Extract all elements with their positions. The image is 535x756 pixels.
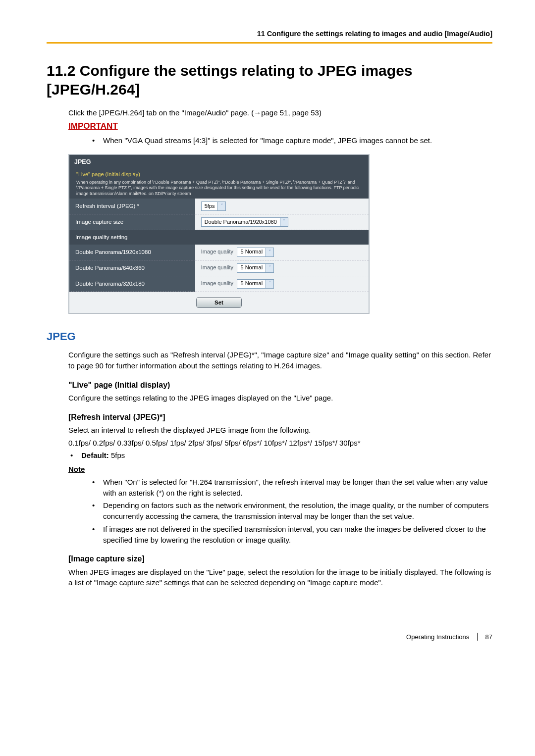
row-label: Double Panorama/320x180 bbox=[69, 276, 195, 292]
refresh-values: 0.1fps/ 0.2fps/ 0.33fps/ 0.5fps/ 1fps/ 2… bbox=[68, 438, 492, 449]
note-item: When "On" is selected for "H.264 transmi… bbox=[90, 477, 492, 499]
panel-subheader: "Live" page (Initial display) When opera… bbox=[69, 169, 369, 199]
default-item: Default: 5fps bbox=[68, 450, 492, 461]
table-row: Double Panorama/320x180 Image quality 5 … bbox=[69, 276, 369, 292]
image-quality-select[interactable]: 5 Normal ˇ bbox=[237, 263, 274, 273]
live-page-paragraph: Configure the settings relating to the J… bbox=[68, 393, 492, 403]
chevron-down-icon: ˇ bbox=[266, 264, 273, 272]
image-quality-select[interactable]: 5 Normal ˇ bbox=[237, 279, 274, 289]
capsize-paragraph: When JPEG images are displayed on the "L… bbox=[68, 567, 492, 589]
image-capture-size-select[interactable]: Double Panorama/1920x1080 ˇ bbox=[201, 217, 288, 227]
important-item: When "VGA Quad streams [4:3]" is selecte… bbox=[90, 135, 492, 146]
iq-prefix: Image quality bbox=[201, 280, 233, 286]
table-row: Image capture size Double Panorama/1920x… bbox=[69, 214, 369, 230]
chevron-down-icon: ˇ bbox=[280, 218, 288, 226]
page-number: 87 bbox=[485, 633, 492, 641]
default-list: Default: 5fps bbox=[68, 450, 492, 461]
footer-divider bbox=[477, 633, 478, 641]
panel-subdesc: When operating in any combination of \"D… bbox=[76, 180, 362, 197]
note-list: When "On" is selected for "H.264 transmi… bbox=[90, 477, 492, 546]
intro-paragraph: Click the [JPEG/H.264] tab on the "Image… bbox=[68, 107, 492, 118]
refresh-paragraph: Select an interval to refresh the displa… bbox=[68, 425, 492, 436]
default-value: 5fps bbox=[109, 451, 125, 459]
note-item: Depending on factors such as the network… bbox=[90, 500, 492, 522]
set-button[interactable]: Set bbox=[196, 297, 242, 308]
important-label: IMPORTANT bbox=[68, 120, 492, 133]
jpeg-heading: JPEG bbox=[47, 329, 492, 345]
section-header: Image quality setting bbox=[69, 230, 369, 244]
chevron-down-icon: ˇ bbox=[266, 248, 273, 256]
breadcrumb: 11 Configure the settings relating to im… bbox=[47, 29, 492, 39]
refresh-heading: [Refresh interval (JPEG)*] bbox=[68, 411, 492, 423]
iq-prefix: Image quality bbox=[201, 249, 233, 254]
capsize-heading: [Image capture size] bbox=[68, 553, 492, 564]
iq-prefix: Image quality bbox=[201, 264, 233, 270]
row-label: Double Panorama/640x360 bbox=[69, 260, 195, 276]
refresh-interval-select[interactable]: 5fps ˇ bbox=[201, 202, 226, 211]
row-label: Double Panorama/1920x1080 bbox=[69, 245, 195, 260]
note-label: Note bbox=[68, 464, 492, 475]
table-row: Refresh interval (JPEG) * 5fps ˇ bbox=[69, 199, 369, 214]
live-page-heading: "Live" page (Initial display) bbox=[68, 379, 492, 391]
table-row: Double Panorama/1920x1080 Image quality … bbox=[69, 245, 369, 260]
panel-subtitle: "Live" page (Initial display) bbox=[76, 171, 362, 179]
chevron-down-icon: ˇ bbox=[266, 280, 273, 288]
table-row: Double Panorama/640x360 Image quality 5 … bbox=[69, 260, 369, 276]
footer-label: Operating Instructions bbox=[406, 633, 469, 641]
jpeg-settings-panel: JPEG "Live" page (Initial display) When … bbox=[68, 154, 370, 314]
row-label: Refresh interval (JPEG) * bbox=[69, 199, 195, 214]
chevron-down-icon: ˇ bbox=[217, 202, 225, 210]
section-header-row: Image quality setting bbox=[69, 230, 369, 244]
page-footer: Operating Instructions 87 bbox=[47, 633, 492, 642]
set-button-row: Set bbox=[69, 292, 369, 313]
jpeg-intro: Configure the settings such as "Refresh … bbox=[68, 350, 492, 371]
image-quality-select[interactable]: 5 Normal ˇ bbox=[237, 248, 274, 257]
important-list: When "VGA Quad streams [4:3]" is selecte… bbox=[90, 135, 492, 146]
page-header: 11 Configure the settings relating to im… bbox=[47, 29, 492, 44]
row-label: Image capture size bbox=[69, 214, 195, 230]
panel-title: JPEG bbox=[69, 155, 369, 169]
note-item: If images are not delivered in the speci… bbox=[90, 524, 492, 546]
default-label: Default: bbox=[81, 451, 109, 459]
section-title: 11.2 Configure the settings relating to … bbox=[47, 61, 492, 99]
